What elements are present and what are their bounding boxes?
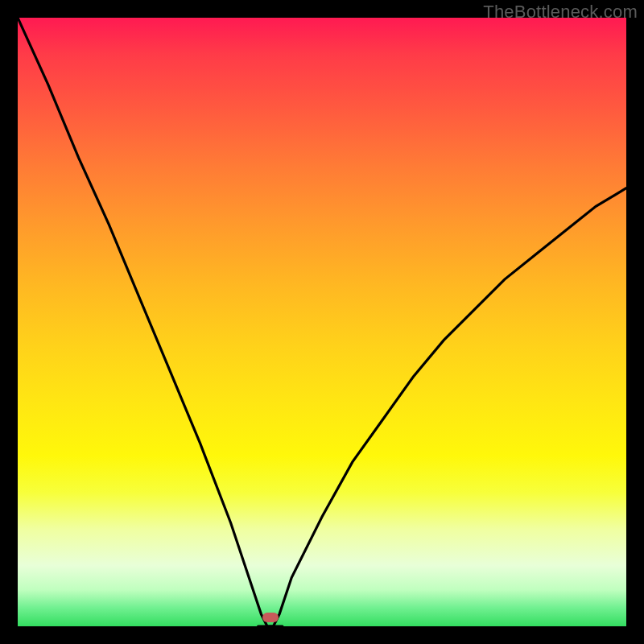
chart-frame — [18, 18, 626, 626]
vertex-marker — [262, 613, 279, 622]
watermark-text: TheBottleneck.com — [483, 2, 638, 23]
bottleneck-curve — [18, 18, 626, 626]
